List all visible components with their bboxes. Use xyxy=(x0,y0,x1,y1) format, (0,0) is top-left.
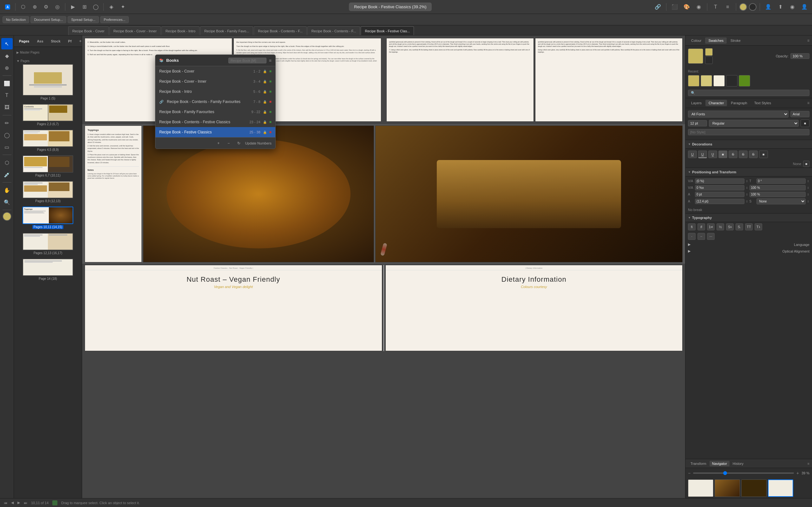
tools-icon[interactable]: ⊞ xyxy=(79,2,90,12)
angle-stepper[interactable]: ⇕ xyxy=(807,180,809,183)
zoom-minus-icon[interactable]: − xyxy=(688,470,691,475)
thumb-4[interactable] xyxy=(768,480,793,497)
dropdown-item-cover-inner[interactable]: Recipe Book - Cover - Inner 3 - 4 🔒 ■ xyxy=(155,76,275,87)
thumb-2[interactable] xyxy=(715,480,740,497)
underline2-btn[interactable]: U xyxy=(698,151,707,158)
select-tool[interactable]: ↖ xyxy=(1,38,13,49)
text-styles-tab[interactable]: Text Styles xyxy=(751,100,774,106)
format-icon[interactable]: ≡ xyxy=(722,2,733,12)
move-tool-icon[interactable]: ⊕ xyxy=(30,2,40,12)
frame-tool[interactable]: ⬜ xyxy=(1,78,13,89)
user-icon[interactable]: 👤 xyxy=(763,2,773,12)
font-size-input[interactable] xyxy=(688,120,707,126)
optical-alignment-row[interactable]: ▶ Optical Alignment xyxy=(686,248,812,255)
ass-tab[interactable]: Ass xyxy=(34,38,46,44)
page-thumb-1[interactable] xyxy=(22,64,73,96)
history-tab[interactable]: History xyxy=(730,461,746,466)
dropdown-item-festive[interactable]: Recipe Book - Festive Classics 25 - 38 🔒… xyxy=(155,127,275,137)
share-icon[interactable]: ⬆ xyxy=(775,2,785,12)
shear-stepper[interactable]: ⇕ xyxy=(807,200,809,203)
stroke-color-circle[interactable] xyxy=(749,3,757,11)
positioning-header[interactable]: ▼ Positioning and Transform xyxy=(686,168,812,176)
fill-color-circle[interactable] xyxy=(740,3,747,11)
small-swatch-1[interactable] xyxy=(705,48,713,56)
scale2-input[interactable] xyxy=(750,192,806,197)
update-numbers-btn[interactable]: Update Numbers xyxy=(245,141,271,145)
font-style-select[interactable]: Regular Bold Italic xyxy=(709,120,799,127)
preferences-btn[interactable]: Preferences... xyxy=(100,16,129,23)
deco-color-btn[interactable]: ■ xyxy=(759,151,768,158)
typo-dot1-btn[interactable]: · xyxy=(688,233,696,240)
typo-sup-btn[interactable]: Ss xyxy=(726,223,734,230)
scale1-input[interactable] xyxy=(750,185,806,190)
refresh-doc-icon[interactable]: ↻ xyxy=(235,139,243,147)
swatches-tab[interactable]: Swatches xyxy=(705,38,727,44)
rect-tool[interactable]: ▭ xyxy=(1,141,13,153)
swatch-green[interactable] xyxy=(739,75,750,87)
swatch-light-gold[interactable] xyxy=(701,75,712,87)
status-indicator[interactable] xyxy=(52,500,57,505)
add-page-icon[interactable]: + xyxy=(79,39,82,43)
opacity-input[interactable] xyxy=(791,53,809,59)
shape-tool[interactable]: ◯ xyxy=(1,129,13,141)
page-thumb-8[interactable] xyxy=(22,259,73,276)
zoom-plus-icon[interactable]: + xyxy=(797,470,799,475)
dropdown-menu-icon[interactable]: ≡ xyxy=(269,58,271,63)
typography-header[interactable]: ▼ Typography xyxy=(686,213,812,222)
va1-input[interactable] xyxy=(695,178,745,184)
app-logo-icon[interactable]: A xyxy=(3,2,13,12)
none-color-btn[interactable]: ■ xyxy=(803,161,809,167)
fill-swatch[interactable] xyxy=(688,49,703,64)
settings-icon[interactable]: ⚙ xyxy=(41,2,51,12)
panel-options-icon[interactable]: ≡ xyxy=(807,38,809,43)
leading-input[interactable] xyxy=(695,199,745,204)
font-name-input[interactable] xyxy=(791,111,809,117)
typo-1st-btn[interactable]: 1st xyxy=(707,223,715,230)
typo-ss-btn[interactable]: S. xyxy=(735,223,743,230)
fill-tool[interactable]: ⬡ xyxy=(1,157,13,168)
nav-prev-icon[interactable]: ◀ xyxy=(11,501,14,505)
transform-tab[interactable]: Transform xyxy=(688,461,709,466)
thumb-1[interactable] xyxy=(688,480,713,497)
stock-tab[interactable]: Stock xyxy=(49,38,63,44)
account-icon[interactable]: ◉ xyxy=(787,2,798,12)
fill-deco-btn[interactable]: ■ xyxy=(718,151,727,158)
node-tool[interactable]: ◆ xyxy=(1,50,13,61)
circle-tool-icon[interactable]: ◯ xyxy=(91,2,101,12)
color-indicator[interactable] xyxy=(3,212,11,221)
plus-icon[interactable]: ✦ xyxy=(118,2,128,12)
tab-festive[interactable]: Recipe Book - Festive Clas... xyxy=(361,26,414,35)
doc-title-button[interactable]: Recipe Book - Festive Classics (39.2%) xyxy=(349,3,432,11)
books-search-input[interactable] xyxy=(229,58,266,63)
offset-input[interactable] xyxy=(695,192,745,197)
page-thumb-3[interactable] xyxy=(22,130,73,147)
va1-stepper[interactable]: ⇕ xyxy=(746,180,748,183)
pen-tool[interactable]: ✏ xyxy=(1,117,13,129)
navigator-tab[interactable]: Navigator xyxy=(710,461,729,466)
tab-cover-inner[interactable]: Recipe Book - Cover - Inner xyxy=(109,26,161,35)
stroke-tab[interactable]: Stroke xyxy=(727,38,744,44)
character-tab[interactable]: Character xyxy=(705,100,727,106)
shear-select[interactable]: None xyxy=(757,199,806,205)
scale1-stepper[interactable]: ⇕ xyxy=(807,186,809,189)
spread-setup-btn[interactable]: Spread Setup... xyxy=(67,16,99,23)
bottom-panel-options[interactable]: ≡ xyxy=(808,462,809,465)
va2-input[interactable] xyxy=(695,185,745,190)
dropdown-item-contents-fest[interactable]: Recipe Book - Contents - Festive Classic… xyxy=(155,117,275,127)
zoom-tool[interactable]: ⊕ xyxy=(1,62,13,73)
align-icon[interactable]: ⬛ xyxy=(670,2,680,12)
text-tool[interactable]: T xyxy=(1,90,13,101)
profile-icon[interactable]: 👤 xyxy=(799,2,809,12)
dropdown-item-intro[interactable]: Recipe Book - Intro 5 - 6 🔒 ■ xyxy=(155,87,275,97)
leading-stepper[interactable]: ⇕ xyxy=(746,200,748,203)
view-icon[interactable]: ◎ xyxy=(52,2,62,12)
hand-tool[interactable]: ✋ xyxy=(1,184,13,196)
layers-tab[interactable]: Layers xyxy=(688,100,705,106)
style-input[interactable] xyxy=(688,129,809,135)
dropdown-item-contents-fav[interactable]: 🔗 Recipe Book - Contents - Family Favour… xyxy=(155,97,275,107)
swatch-gold[interactable] xyxy=(688,75,699,87)
strikethrough2-btn[interactable]: S xyxy=(739,151,748,158)
nav-first-icon[interactable]: ⏮ xyxy=(4,501,7,505)
typo-fi-btn[interactable]: fi xyxy=(688,223,696,230)
nav-play-icon[interactable]: ▶ xyxy=(17,501,20,505)
